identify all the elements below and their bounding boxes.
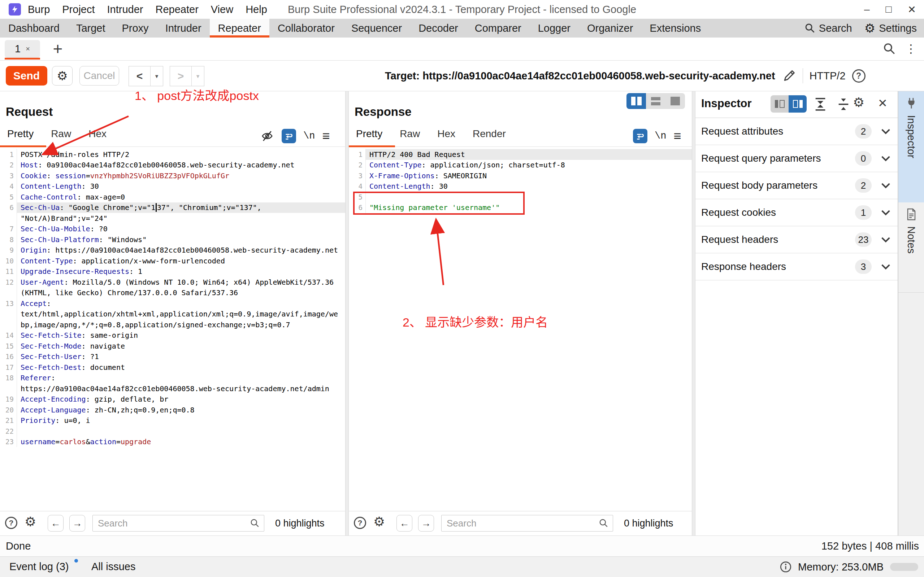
all-issues-button[interactable]: All issues [91,561,136,573]
layout-columns-button[interactable] [627,93,646,109]
prev-match-button[interactable]: ← [48,515,63,532]
newline-toggle-icon[interactable]: \n [655,131,666,142]
strip-tab-inspector[interactable]: Inspector [898,91,924,202]
chevron-down-icon[interactable] [881,263,890,270]
inspector-plug-icon [905,97,918,110]
dropdown-icon[interactable]: ▾ [150,73,163,80]
repeater-tab-1[interactable]: 1 × [5,40,40,58]
main-tab-organizer[interactable]: Organizer [579,19,641,37]
send-button[interactable]: Send [6,66,47,85]
hide-nonprintable-icon[interactable] [260,129,275,143]
menu-view[interactable]: View [211,3,233,16]
editor-menu-icon[interactable]: ≡ [322,129,330,143]
response-tab-hex[interactable]: Hex [437,128,456,140]
inspector-section-request-body-parameters[interactable]: Request body parameters2 [695,172,898,199]
layout-single-button[interactable] [666,93,685,109]
minimize-button[interactable]: – [864,3,870,15]
send-settings-button[interactable]: ⚙ [52,66,73,85]
help-icon[interactable]: ? [852,69,866,83]
history-back-button[interactable]: <▾ [129,66,163,86]
more-options-icon[interactable]: ⋮ [905,42,917,56]
collapse-all-icon[interactable] [836,97,851,111]
help-icon[interactable]: ? [5,517,17,529]
main-tab-repeater[interactable]: Repeater [210,19,269,37]
request-panel: Request PrettyRawHex \n ≡ 1POSTX /admin-… [0,91,345,535]
dock-left-button[interactable] [771,95,788,113]
main-tab-proxy[interactable]: Proxy [113,19,157,37]
menu-repeater[interactable]: Repeater [155,3,198,16]
response-tab-pretty[interactable]: Pretty [356,128,382,140]
search-icon[interactable] [883,42,896,55]
chevron-down-icon[interactable] [881,209,890,216]
maximize-button[interactable]: □ [886,3,892,15]
event-log-button[interactable]: Event log (3) [10,561,69,573]
response-tab-raw[interactable]: Raw [400,128,420,140]
inspector-section-request-query-parameters[interactable]: Request query parameters0 [695,145,898,172]
main-tab-comparer[interactable]: Comparer [467,19,530,37]
response-tab-render[interactable]: Render [473,128,506,140]
expand-all-icon[interactable] [813,97,828,111]
settings-button[interactable]: ⚙ Settings [864,21,917,35]
help-icon[interactable]: ? [354,517,366,529]
cancel-button[interactable]: Cancel [79,66,119,85]
menu-burp[interactable]: Burp [28,3,50,16]
request-search-input[interactable] [92,515,264,532]
edit-pencil-icon[interactable] [782,69,796,83]
menu-help[interactable]: Help [246,3,267,16]
code-row: 18Referer: [0,373,345,384]
burp-logo-icon [9,3,21,16]
close-button[interactable]: ✕ [908,3,916,16]
close-icon[interactable]: ✕ [878,96,887,110]
main-tab-intruder[interactable]: Intruder [157,19,210,37]
inspector-section-request-attributes[interactable]: Request attributes2 [695,118,898,145]
request-tab-pretty[interactable]: Pretty [7,128,34,140]
tab-close-icon[interactable]: × [26,45,30,53]
word-wrap-icon[interactable] [282,129,296,143]
next-match-button[interactable]: → [418,515,434,532]
request-tab-raw[interactable]: Raw [51,128,71,140]
main-tab-logger[interactable]: Logger [530,19,579,37]
main-tab-sequencer[interactable]: Sequencer [343,19,410,37]
response-search-input[interactable] [441,515,613,532]
chevron-down-icon[interactable] [881,155,890,162]
gear-icon[interactable]: ⚙ [24,514,36,529]
request-tab-hex[interactable]: Hex [89,128,107,140]
http-version-selector[interactable]: HTTP/2 [809,70,846,82]
main-tab-extensions[interactable]: Extensions [641,19,709,37]
chevron-down-icon[interactable] [881,182,890,189]
chevron-down-icon[interactable] [881,128,890,135]
main-tab-target[interactable]: Target [68,19,114,37]
dock-right-button[interactable] [788,95,807,113]
menu-intruder[interactable]: Intruder [107,3,143,16]
newline-toggle-icon[interactable]: \n [303,131,315,142]
strip-tab-notes[interactable]: Notes [898,202,924,293]
request-editor[interactable]: 1POSTX /admin-roles HTTP/22Host: 0a9100a… [0,149,345,511]
search-button[interactable]: Search [804,23,852,34]
chevron-down-icon[interactable] [881,236,890,243]
word-wrap-icon[interactable] [633,129,648,143]
dropdown-icon[interactable]: ▾ [192,73,204,80]
history-forward-button[interactable]: >▾ [170,66,204,86]
main-tab-collaborator[interactable]: Collaborator [269,19,343,37]
code-row: https://0a9100ac04ae14af82cc01eb00460058… [0,383,345,394]
new-tab-button[interactable]: + [49,37,66,60]
code-row: 9Origin: https://0a9100ac04ae14af82cc01e… [0,245,345,256]
editor-menu-icon[interactable]: ≡ [674,129,681,143]
layout-rows-button[interactable] [646,93,666,109]
inspector-section-request-headers[interactable]: Request headers23 [695,226,898,253]
panel-divider[interactable] [345,91,349,535]
gear-icon[interactable]: ⚙ [853,95,864,110]
request-search-bar: ? ⚙ ← → 0 highlights [0,511,345,535]
inspector-section-request-cookies[interactable]: Request cookies1 [695,199,898,226]
main-tab-dashboard[interactable]: Dashboard [0,19,68,37]
prev-match-button[interactable]: ← [396,515,412,532]
info-icon [780,561,792,573]
menu-project[interactable]: Project [62,3,95,16]
main-tab-decoder[interactable]: Decoder [410,19,467,37]
panel-divider[interactable] [692,91,695,535]
line-number: 10 [0,255,17,266]
gear-icon[interactable]: ⚙ [373,514,385,529]
inspector-section-response-headers[interactable]: Response headers3 [695,253,898,280]
next-match-button[interactable]: → [69,515,85,532]
line-number: 2 [0,160,17,171]
